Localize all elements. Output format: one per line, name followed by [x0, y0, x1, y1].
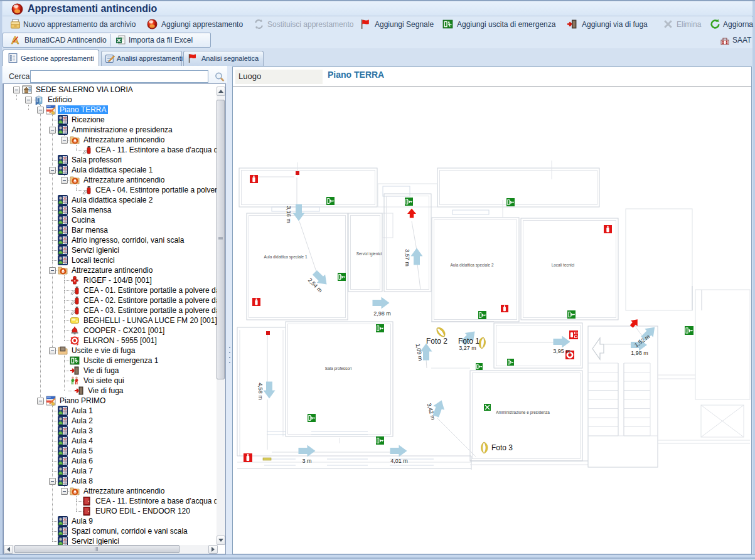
svg-text:2,98 m: 2,98 m: [373, 310, 391, 317]
svg-text:3,95 m: 3,95 m: [553, 348, 570, 354]
svg-text:1,09 m: 1,09 m: [415, 343, 424, 361]
svg-text:Aula didattica speciale 1: Aula didattica speciale 1: [264, 255, 308, 260]
svg-text:4,58 m: 4,58 m: [257, 383, 264, 400]
svg-text:Sala professori: Sala professori: [325, 366, 352, 371]
svg-text:3,57 m: 3,57 m: [404, 249, 410, 267]
svg-text:Foto 2: Foto 2: [426, 337, 447, 346]
svg-text:4,01 m: 4,01 m: [390, 458, 408, 464]
svg-text:Foto 3: Foto 3: [491, 443, 513, 452]
svg-text:Aula didattica speciale 2: Aula didattica speciale 2: [451, 263, 494, 268]
svg-text:Locali tecnici: Locali tecnici: [552, 263, 575, 267]
svg-text:3 m: 3 m: [302, 458, 311, 464]
svg-text:Amministrazione e presidenza: Amministrazione e presidenza: [496, 410, 550, 415]
svg-text:3,16 m: 3,16 m: [286, 206, 292, 223]
svg-text:Foto 1: Foto 1: [458, 337, 479, 346]
svg-text:1,98 m: 1,98 m: [631, 350, 648, 356]
svg-text:3,27 m: 3,27 m: [459, 345, 476, 351]
svg-text:Servizi igienici: Servizi igienici: [356, 251, 382, 256]
